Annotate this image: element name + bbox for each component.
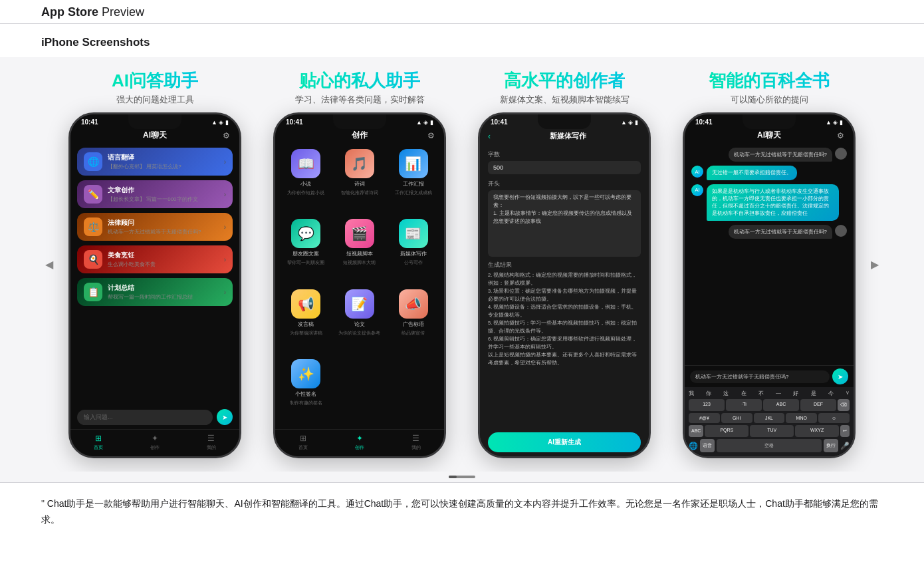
phone1-input-bar: 输入问题... ➤ (70, 405, 239, 429)
creation-thesis-icon: 📝 (345, 289, 374, 319)
kbd-def[interactable]: DEF (800, 399, 836, 411)
creation-item-novel[interactable]: 📖 小说 为你创作短篇小说 (282, 149, 330, 214)
phone1-nav-create[interactable]: ✦ 创作 (150, 434, 160, 451)
phone3-ai-regenerate-btn[interactable]: AI重新生成 (488, 432, 641, 452)
kbd-newline[interactable]: 换行 (824, 439, 838, 452)
phone4-app-title: AI聊天 (757, 130, 781, 141)
phone3-writing-header: ‹ 新媒体写作 (480, 127, 649, 145)
phone3-back-btn[interactable]: ‹ (488, 132, 491, 141)
phone1-settings-icon[interactable]: ⚙ (223, 131, 230, 140)
chat-item-translate-content: 语言翻译 【翻外心克邻】 用英语怎么说? (108, 153, 219, 170)
kbd-row2: 123 ·Ti ABC DEF ⌫ (689, 399, 850, 411)
phone2-nav-home-icon: ⊞ (300, 434, 306, 443)
creation-item-poetry[interactable]: 🎵 诗词 智能化推荐请诗词 (336, 149, 384, 214)
creation-video-icon: 🎬 (345, 219, 374, 248)
creation-item-video[interactable]: 🎬 短视频脚本 短视频脚本大纲 (336, 219, 384, 283)
phone2-nav-home-label: 首页 (298, 444, 308, 451)
user-avatar2 (835, 225, 847, 237)
phone1-input-field[interactable]: 输入问题... (77, 410, 213, 425)
creation-item-moments[interactable]: 💬 朋友圈文案 帮你写一则朋友圈 (282, 219, 330, 283)
phone-card-2: 贴心的私人助手 学习、法律等各类问题，实时解答 10:41 ▲ ◈ ▮ 创作 ⚙ (263, 71, 456, 458)
kbd-sym[interactable]: #@¥ (689, 413, 720, 423)
phone3-time: 10:41 (491, 118, 508, 126)
chat-item-translate-arrow: › (224, 158, 226, 166)
phone1-send-btn[interactable]: ➤ (217, 409, 233, 425)
kbd-mic-icon[interactable]: 🎤 (840, 442, 850, 450)
phone2-time: 10:41 (286, 118, 303, 126)
scroll-left-arrow[interactable]: ◀ (41, 257, 57, 273)
phone1-app-title: AI聊天 (143, 130, 167, 141)
chat-item-writing[interactable]: ✏️ 文章创作 【超长长文章】 写篇一一000字的作文 › (77, 180, 233, 208)
creation-report-icon: 📊 (399, 149, 428, 178)
phone2-nav-settings[interactable]: ☰ 我的 (411, 434, 421, 451)
kbd-jkl[interactable]: JKL (754, 413, 785, 423)
phone2-frame: 10:41 ▲ ◈ ▮ 创作 ⚙ 📖 小说 为你创作短篇小说 (273, 112, 446, 458)
phone3-intro-text[interactable]: 我想要创作一份短视频拍摄大纲，以下是一些可以考虑的要素：1. 主题和故事情节：确… (488, 190, 641, 257)
phone2-settings-icon[interactable]: ⚙ (427, 131, 435, 140)
kbd-voice[interactable]: 语音 (700, 439, 715, 452)
kbd-123[interactable]: 123 (689, 399, 725, 411)
phone4-screen: 10:41 ▲ ◈ ▮ AI聊天 ⚙ 机动车一方无过错就等于无赔偿责任吗? (685, 114, 854, 456)
creation-novel-desc: 为你创作短篇小说 (287, 190, 324, 196)
kbd-wxyz[interactable]: WXYZ (795, 425, 839, 437)
phone1-nav-settings[interactable]: ☰ 我的 (207, 434, 216, 451)
creation-item-report[interactable]: 📊 工作汇报 工作汇报文成成稿 (389, 149, 437, 214)
phone3-wordcount-value[interactable]: 500 (488, 161, 641, 174)
chat-item-legal[interactable]: ⚖️ 法律顾问 机动车一方无过错就等于无赔偿责任吗? › (77, 213, 233, 241)
phone1-nav-home-icon: ⊞ (95, 434, 102, 443)
chat-item-translate-title: 语言翻译 (108, 153, 219, 162)
creation-item-media[interactable]: 📰 新媒体写作 公号写作 (389, 219, 437, 283)
kbd-suggest8: 是 (811, 390, 827, 397)
phone2-nav-create[interactable]: ✦ 创作 (355, 434, 364, 451)
kbd-abc[interactable]: ABC (763, 399, 799, 411)
chat-item-translate-icon: 🌐 (84, 152, 102, 171)
kbd-return[interactable]: ↩ (840, 425, 850, 437)
kbd-expand[interactable]: ∨ (846, 390, 850, 397)
kbd-globe-icon[interactable]: 🌐 (689, 442, 698, 450)
kbd-suggestions-row: 我 你 这 在 不 — 好 是 今 ∨ (689, 390, 850, 397)
phone1-subtitle: 强大的问题处理工具 (116, 94, 194, 106)
chat-item-food[interactable]: 🍳 美食烹饪 生么调小吃美食不贵 › (77, 245, 233, 273)
kbd-delete[interactable]: ⌫ (838, 399, 850, 411)
phone4-app-header: AI聊天 ⚙ (685, 127, 854, 144)
chat-item-plan-arrow: › (224, 289, 226, 296)
scroll-indicator (0, 472, 924, 482)
scroll-thumb (449, 476, 457, 478)
chat-item-writing-title: 文章创作 (108, 186, 219, 195)
phone2-notch (333, 114, 386, 129)
phone4-subtitle: 可以随心所欲的提问 (731, 94, 808, 106)
scroll-right-arrow[interactable]: ▶ (867, 257, 883, 273)
creation-item-slogan[interactable]: 📣 广告标语 给品牌宣传 (389, 289, 437, 354)
chat-item-legal-desc: 机动车一方无过错就等于无赔偿责任吗? (108, 228, 219, 235)
kbd-pqrs[interactable]: PQRS (705, 425, 749, 437)
phone1-screen: 10:41 ▲ ◈ ▮ AI聊天 ⚙ 🌐 语言翻译 【翻外心克邻 (70, 114, 239, 456)
phone1-nav-settings-icon: ☰ (207, 434, 215, 443)
phone4-keyboard[interactable]: 我 你 这 在 不 — 好 是 今 ∨ 123 (685, 387, 854, 456)
msg-row-ai1: AI 无过错一般不需要承担赔偿责任。 (691, 166, 847, 180)
phone3-subtitle: 新媒体文案、短视频脚本智能续写 (500, 94, 630, 106)
phone3-notch (538, 114, 591, 129)
phone4-settings-icon[interactable]: ⚙ (837, 131, 844, 140)
kbd-abc2[interactable]: ABC (689, 425, 703, 437)
kbd-mno[interactable]: MNO (786, 413, 817, 423)
kbd-emoji[interactable]: ☺ (818, 413, 850, 423)
chat-item-translate[interactable]: 🌐 语言翻译 【翻外心克邻】 用英语怎么说? › (77, 148, 233, 176)
phone1-nav-home[interactable]: ⊞ 首页 (94, 434, 103, 451)
msg-user1: 机动车一方无过错就等于无赔偿责任吗? (729, 148, 832, 162)
phone4-input-field[interactable]: 机动车一方无过错就等于无赔偿责任吗? (690, 370, 830, 383)
creation-item-thesis[interactable]: 📝 论文 为你的论文提供参考 (336, 289, 384, 354)
kbd-suggest1: 我 (689, 390, 705, 397)
creation-item-speech[interactable]: 📢 发言稿 为你整编演讲稿 (282, 289, 330, 354)
kbd-ti[interactable]: ·Ti (726, 399, 762, 411)
phone3-result-label: 生成结果 (488, 261, 641, 269)
scroll-track (449, 476, 475, 478)
creation-signature-desc: 制作有趣的签名 (290, 400, 322, 406)
kbd-space[interactable]: 空格 (717, 439, 822, 452)
phone2-nav-home[interactable]: ⊞ 首页 (298, 434, 308, 451)
chat-item-plan[interactable]: 📋 计划总结 帮我写一篇一段时间的工作汇报总结 › (77, 278, 233, 306)
chat-item-food-title: 美食烹饪 (108, 251, 219, 260)
kbd-ghi[interactable]: GHI (721, 413, 752, 423)
phone4-send-btn[interactable]: ➤ (832, 368, 848, 384)
kbd-tuv[interactable]: TUV (750, 425, 794, 437)
creation-item-signature[interactable]: ✨ 个性签名 制作有趣的签名 (282, 359, 330, 424)
